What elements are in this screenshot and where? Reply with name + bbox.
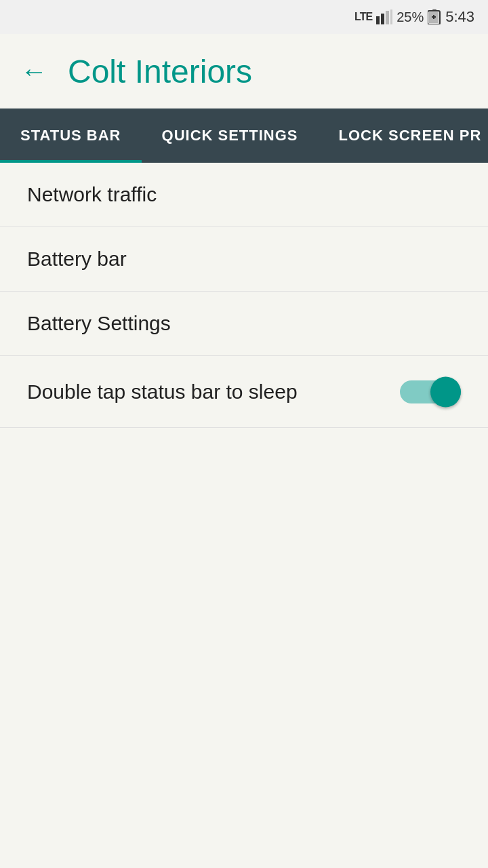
signal-icon <box>376 9 392 24</box>
tab-lock-screen-label: LOCK SCREEN PR <box>339 127 482 144</box>
network-traffic-item[interactable]: Network traffic <box>0 163 488 227</box>
status-bar-icons: LTE 25% 5:43 <box>354 8 474 26</box>
back-button[interactable]: ← <box>20 58 47 85</box>
tab-bar: STATUS BAR QUICK SETTINGS LOCK SCREEN PR <box>0 108 488 163</box>
settings-list: Network traffic Battery bar Battery Sett… <box>0 163 488 428</box>
double-tap-item[interactable]: Double tap status bar to sleep <box>0 356 488 428</box>
time-display: 5:43 <box>445 8 474 26</box>
app-title: Colt Interiors <box>68 53 252 90</box>
double-tap-toggle[interactable] <box>400 376 461 407</box>
tab-quick-settings[interactable]: QUICK SETTINGS <box>142 108 319 163</box>
tab-quick-settings-label: QUICK SETTINGS <box>162 127 298 144</box>
status-bar: LTE 25% 5:43 <box>0 0 488 34</box>
toggle-thumb <box>430 376 461 407</box>
double-tap-label: Double tap status bar to sleep <box>27 380 400 403</box>
svg-rect-3 <box>390 9 392 24</box>
svg-rect-0 <box>376 16 380 24</box>
app-bar: ← Colt Interiors <box>0 34 488 108</box>
battery-bar-item[interactable]: Battery bar <box>0 227 488 292</box>
network-traffic-label: Network traffic <box>27 183 461 206</box>
battery-settings-item[interactable]: Battery Settings <box>0 292 488 356</box>
tab-status-bar-label: STATUS BAR <box>20 127 121 144</box>
svg-rect-1 <box>381 14 384 24</box>
battery-percentage: 25% <box>396 9 424 25</box>
battery-bar-label: Battery bar <box>27 248 461 271</box>
battery-icon <box>428 9 441 24</box>
tab-lock-screen[interactable]: LOCK SCREEN PR <box>319 108 488 163</box>
tab-status-bar[interactable]: STATUS BAR <box>0 108 142 163</box>
lte-icon: LTE <box>354 11 372 23</box>
battery-settings-label: Battery Settings <box>27 312 461 335</box>
svg-rect-5 <box>432 9 436 12</box>
svg-rect-2 <box>386 11 389 24</box>
